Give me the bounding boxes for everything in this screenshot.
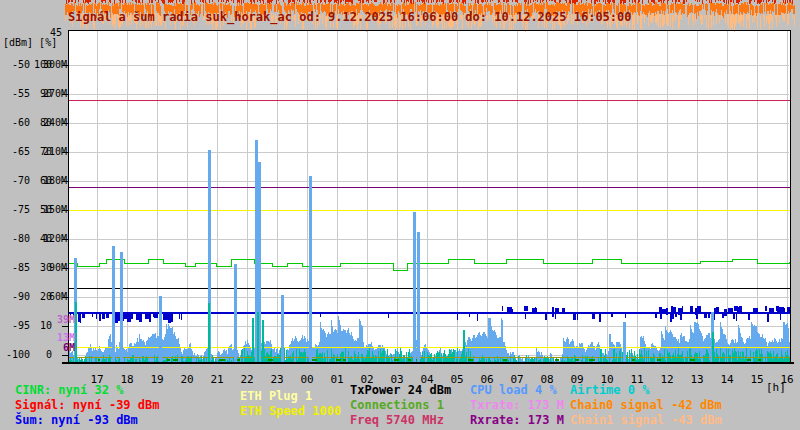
legend-rxrate: Rxrate: 173 M (470, 413, 564, 427)
hour-label-00: 00 (295, 373, 319, 386)
legend-eth-speed: ETH Speed 1000 (240, 404, 341, 418)
rate-marker-6M: 6M (47, 342, 75, 353)
y-dbm-label: -95 (2, 320, 30, 331)
legend-cpu-load: CPU load 4 % (470, 383, 557, 397)
y-mbit-label: 60M (40, 291, 67, 302)
chart-canvas (0, 0, 800, 430)
y-mbit-label: 150M (40, 204, 67, 215)
y-mbit-label: 180M (40, 175, 67, 186)
y-dbm-label: -85 (2, 262, 30, 273)
legend-chain0: Chain0 signal -42 dBm (570, 398, 722, 412)
x-axis-unit-label: [h] (766, 382, 786, 393)
legend-connections: Connections 1 (350, 398, 444, 412)
y-axis-unit-label: [dBm] [%] (3, 38, 57, 48)
hour-label-21: 21 (205, 373, 229, 386)
hour-label-20: 20 (175, 373, 199, 386)
hour-label-12: 12 (655, 373, 679, 386)
y-dbm-label: -55 (2, 88, 30, 99)
hour-label-14: 14 (715, 373, 739, 386)
legend-chain1: Chain1 signal -43 dBm (570, 413, 722, 427)
chart-title: Signál a šum radia suk_horak_ac od: 9.12… (68, 11, 632, 23)
y-mbit-label: 210M (40, 146, 67, 157)
y-mbit-label: 90M (40, 262, 67, 273)
hour-label-22: 22 (235, 373, 259, 386)
y-dbm-label: -70 (2, 175, 30, 186)
hour-label-23: 23 (265, 373, 289, 386)
y-dbm-label: -80 (2, 233, 30, 244)
rrd-signal-noise-graph: -50100300M-5590270M-6080240M-6570210M-70… (0, 0, 800, 430)
y-mbit-label: 270M (40, 88, 67, 99)
hour-label-01: 01 (325, 373, 349, 386)
y-mbit-label: 120M (40, 233, 67, 244)
legend-noise: Šum: nyní -93 dBm (15, 413, 138, 427)
hour-label-13: 13 (685, 373, 709, 386)
legend-airtime: Airtime 0 % (570, 383, 649, 397)
y-dbm-label: -75 (2, 204, 30, 215)
y-dbm-label: -65 (2, 146, 30, 157)
y-dbm-label: -90 (2, 291, 30, 302)
legend-txpower: TxPower 24 dBm (350, 383, 451, 397)
legend-eth-plug: ETH Plug 1 (240, 389, 312, 403)
rate-marker-39M: 39M (47, 314, 75, 325)
legend-signal: Signál: nyní -39 dBm (15, 398, 160, 412)
y-dbm-label: -50 (2, 59, 30, 70)
hour-label-19: 19 (145, 373, 169, 386)
y-mbit-label: 240M (40, 117, 67, 128)
legend-cinr: CINR: nyní 32 % (15, 383, 123, 397)
legend-txrate: Txrate: 173 M (470, 398, 564, 412)
y-dbm-label: -100 (2, 349, 30, 360)
y-mbit-label: 300M (40, 59, 67, 70)
legend-freq: Freq 5740 MHz (350, 413, 444, 427)
y-dbm-label: -60 (2, 117, 30, 128)
